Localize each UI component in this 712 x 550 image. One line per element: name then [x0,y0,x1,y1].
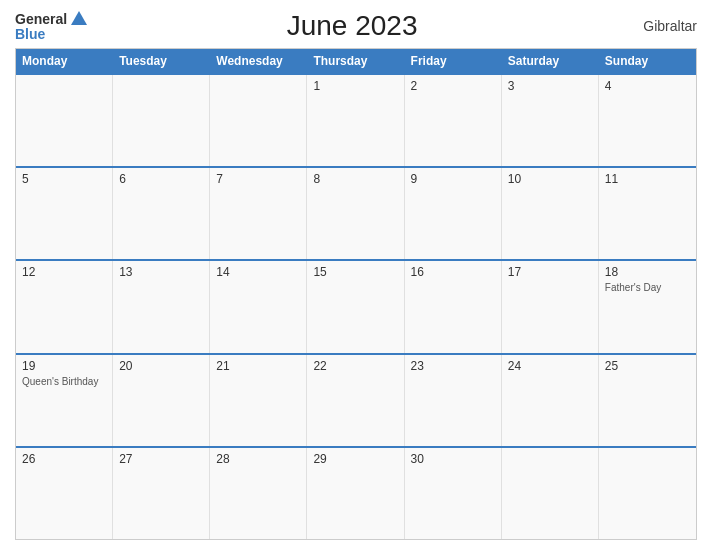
week-row-5: 2627282930 [16,446,696,539]
header-day-saturday: Saturday [502,49,599,73]
cal-cell-5-3: 28 [210,448,307,539]
cal-cell-1-6: 3 [502,75,599,166]
logo-triangle-icon [71,11,87,25]
header-day-wednesday: Wednesday [210,49,307,73]
day-number-10: 10 [508,172,592,186]
day-number-15: 15 [313,265,397,279]
header: General Blue June 2023 Gibraltar [15,10,697,42]
cal-cell-5-4: 29 [307,448,404,539]
day-number-24: 24 [508,359,592,373]
cal-cell-3-5: 16 [405,261,502,352]
cal-cell-4-7: 25 [599,355,696,446]
logo-blue-text: Blue [15,27,45,41]
logo: General Blue [15,11,87,41]
holiday-label: Father's Day [605,281,690,294]
cal-cell-1-4: 1 [307,75,404,166]
day-number-26: 26 [22,452,106,466]
region-label: Gibraltar [617,18,697,34]
week-row-2: 567891011 [16,166,696,259]
header-day-sunday: Sunday [599,49,696,73]
calendar-header-row: MondayTuesdayWednesdayThursdayFridaySatu… [16,49,696,73]
cal-cell-3-6: 17 [502,261,599,352]
day-number-7: 7 [216,172,300,186]
cal-cell-2-5: 9 [405,168,502,259]
header-day-tuesday: Tuesday [113,49,210,73]
day-number-16: 16 [411,265,495,279]
week-row-4: 19Queen's Birthday202122232425 [16,353,696,446]
cal-cell-4-2: 20 [113,355,210,446]
day-number-2: 2 [411,79,495,93]
day-number-20: 20 [119,359,203,373]
cal-cell-1-5: 2 [405,75,502,166]
cal-cell-5-7 [599,448,696,539]
day-number-21: 21 [216,359,300,373]
day-number-23: 23 [411,359,495,373]
cal-cell-2-7: 11 [599,168,696,259]
header-day-thursday: Thursday [307,49,404,73]
day-number-9: 9 [411,172,495,186]
day-number-5: 5 [22,172,106,186]
cal-cell-2-3: 7 [210,168,307,259]
day-number-6: 6 [119,172,203,186]
day-number-19: 19 [22,359,106,373]
day-number-17: 17 [508,265,592,279]
header-day-monday: Monday [16,49,113,73]
cal-cell-5-2: 27 [113,448,210,539]
day-number-1: 1 [313,79,397,93]
cal-cell-1-3 [210,75,307,166]
cal-cell-4-3: 21 [210,355,307,446]
cal-cell-2-4: 8 [307,168,404,259]
day-number-27: 27 [119,452,203,466]
page: General Blue June 2023 Gibraltar MondayT… [0,0,712,550]
cal-cell-2-1: 5 [16,168,113,259]
cal-cell-4-5: 23 [405,355,502,446]
cal-cell-3-7: 18Father's Day [599,261,696,352]
day-number-4: 4 [605,79,690,93]
day-number-13: 13 [119,265,203,279]
cal-cell-5-5: 30 [405,448,502,539]
month-title: June 2023 [87,10,617,42]
header-day-friday: Friday [405,49,502,73]
cal-cell-1-2 [113,75,210,166]
day-number-12: 12 [22,265,106,279]
cal-cell-3-4: 15 [307,261,404,352]
cal-cell-4-4: 22 [307,355,404,446]
calendar-body: 123456789101112131415161718Father's Day1… [16,73,696,539]
holiday-label: Queen's Birthday [22,375,106,388]
cal-cell-3-2: 13 [113,261,210,352]
day-number-11: 11 [605,172,690,186]
day-number-29: 29 [313,452,397,466]
week-row-3: 12131415161718Father's Day [16,259,696,352]
cal-cell-3-3: 14 [210,261,307,352]
day-number-22: 22 [313,359,397,373]
day-number-3: 3 [508,79,592,93]
cal-cell-2-6: 10 [502,168,599,259]
day-number-28: 28 [216,452,300,466]
week-row-1: 1234 [16,73,696,166]
calendar: MondayTuesdayWednesdayThursdayFridaySatu… [15,48,697,540]
logo-general-text: General [15,12,67,26]
cal-cell-4-6: 24 [502,355,599,446]
day-number-8: 8 [313,172,397,186]
cal-cell-1-7: 4 [599,75,696,166]
cal-cell-1-1 [16,75,113,166]
day-number-25: 25 [605,359,690,373]
day-number-18: 18 [605,265,690,279]
cal-cell-3-1: 12 [16,261,113,352]
cal-cell-5-1: 26 [16,448,113,539]
day-number-30: 30 [411,452,495,466]
day-number-14: 14 [216,265,300,279]
cal-cell-5-6 [502,448,599,539]
cal-cell-4-1: 19Queen's Birthday [16,355,113,446]
cal-cell-2-2: 6 [113,168,210,259]
